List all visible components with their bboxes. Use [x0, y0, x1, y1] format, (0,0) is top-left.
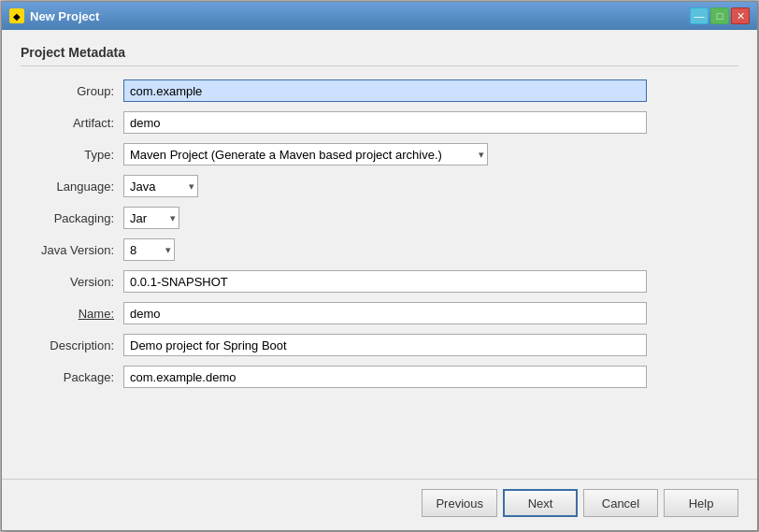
description-row: Description:: [21, 334, 738, 356]
type-select[interactable]: Maven Project (Generate a Maven based pr…: [123, 143, 488, 165]
package-input[interactable]: [123, 366, 647, 388]
minimize-button[interactable]: —: [690, 7, 709, 24]
java-version-select-wrapper: 8 11 17: [123, 238, 175, 261]
type-label: Type:: [21, 148, 123, 162]
dialog-content: Project Metadata Group: Artifact: Type: …: [2, 30, 757, 479]
name-input[interactable]: [123, 302, 647, 324]
name-label: Name:: [21, 307, 123, 321]
next-button[interactable]: Next: [503, 489, 578, 517]
restore-button[interactable]: □: [710, 7, 729, 24]
section-title: Project Metadata: [21, 45, 738, 66]
title-bar-left: ◆ New Project: [9, 8, 99, 23]
group-input[interactable]: [123, 79, 647, 102]
window-icon: ◆: [9, 8, 24, 23]
packaging-row: Packaging: Jar War: [21, 207, 738, 229]
description-input[interactable]: [123, 334, 647, 356]
language-select-wrapper: Java Kotlin Groovy: [123, 175, 198, 197]
packaging-label: Packaging:: [21, 211, 123, 225]
type-select-wrapper: Maven Project (Generate a Maven based pr…: [123, 143, 488, 165]
version-input[interactable]: [123, 270, 647, 293]
group-label: Group:: [21, 84, 123, 98]
package-label: Package:: [21, 370, 123, 384]
language-label: Language:: [21, 180, 123, 194]
artifact-row: Artifact:: [21, 111, 738, 134]
java-version-select[interactable]: 8 11 17: [123, 238, 175, 261]
version-label: Version:: [21, 275, 123, 289]
packaging-select-wrapper: Jar War: [123, 207, 179, 229]
version-row: Version:: [21, 270, 738, 293]
help-button[interactable]: Help: [664, 489, 738, 517]
dialog-footer: Previous Next Cancel Help: [2, 479, 757, 530]
name-row: Name:: [21, 302, 738, 324]
group-row: Group:: [21, 79, 738, 102]
cancel-button[interactable]: Cancel: [583, 489, 658, 517]
previous-button[interactable]: Previous: [422, 489, 497, 517]
language-select[interactable]: Java Kotlin Groovy: [123, 175, 198, 197]
close-button[interactable]: ✕: [731, 7, 750, 24]
java-version-label: Java Version:: [21, 243, 123, 257]
main-window: ◆ New Project — □ ✕ Project Metadata Gro…: [1, 1, 758, 531]
type-row: Type: Maven Project (Generate a Maven ba…: [21, 143, 738, 165]
package-row: Package:: [21, 366, 738, 388]
window-title: New Project: [30, 9, 99, 23]
artifact-label: Artifact:: [21, 116, 123, 130]
title-bar: ◆ New Project — □ ✕: [2, 2, 757, 30]
language-row: Language: Java Kotlin Groovy: [21, 175, 738, 197]
java-version-row: Java Version: 8 11 17: [21, 238, 738, 261]
artifact-input[interactable]: [123, 111, 647, 134]
title-bar-controls: — □ ✕: [690, 7, 750, 24]
form-area: Group: Artifact: Type: Maven Project (Ge…: [21, 79, 738, 464]
packaging-select[interactable]: Jar War: [123, 207, 179, 229]
description-label: Description:: [21, 338, 123, 352]
